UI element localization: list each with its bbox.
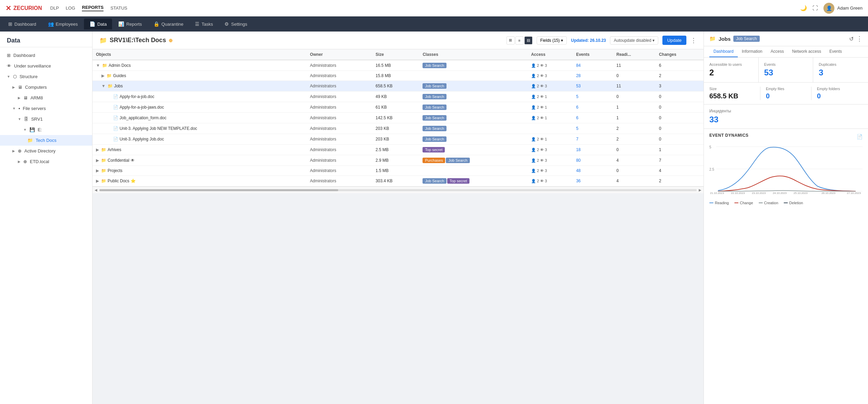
topbar: ✕ ZECURION DLP LOG REPORTS STATUS 🌙 ⛶ 👤 … (0, 0, 868, 16)
folder-icon: 📁 (101, 179, 106, 183)
top-navigation: DLP LOG REPORTS STATUS (50, 5, 127, 11)
cell-size: 303.4 KB (372, 176, 419, 186)
table-row[interactable]: ▶ 📁 Arhives Administrators 2.5 MB Top se… (93, 145, 704, 155)
panel-tag: Job Search (733, 36, 760, 42)
table-row[interactable]: 📄 Unit-3. Applying Job NEW TEMPLATE.doc … (93, 123, 704, 134)
sidebar-file-servers-label: File servers (23, 106, 46, 111)
sidebar-item-under-surveillance[interactable]: 👁 Under surveillance (0, 61, 92, 71)
cell-access: 👤 2 👁 3 (528, 145, 573, 155)
duplicates-label: Duplicates (819, 62, 863, 66)
cell-size: 49 KB (372, 91, 419, 102)
sidebar-item-etd-local[interactable]: ▶ ⊕ ETD.local (0, 156, 92, 167)
scroll-left-button[interactable]: ◀ (93, 187, 99, 193)
cell-changes: 3 (656, 81, 704, 91)
cell-access: 👤 2 👁 1 (528, 91, 573, 102)
table-view-icon[interactable]: ▤ (524, 36, 533, 45)
expand-arrow[interactable]: ▶ (96, 168, 99, 173)
cell-reading: 11 (613, 81, 656, 91)
cell-access: 👤 2 👁 3 (528, 60, 573, 71)
logo-text: ZECURION (13, 5, 42, 11)
update-info: Updated: 26.10.23 (571, 38, 606, 43)
expand-arrow[interactable]: ▶ (96, 147, 99, 152)
svg-text:5: 5 (709, 145, 711, 149)
panel-history-button[interactable]: ↺ (849, 35, 854, 42)
tab-data-label: Data (97, 22, 107, 27)
sidebar-item-e[interactable]: ▼ 💾 E: (0, 124, 92, 135)
sidebar-item-structure[interactable]: ▼ ⬡ Structure (0, 71, 92, 82)
expand-arrow[interactable]: ▼ (96, 63, 100, 68)
cell-reading: 4 (613, 155, 656, 166)
panel-title-text: Jobs (719, 36, 731, 42)
avatar: 👤 (823, 3, 834, 14)
sidebar-item-srv1[interactable]: ▼ 🗄 SRV1 (0, 114, 92, 124)
active-directory-icon: ⊕ (18, 148, 22, 154)
table-row[interactable]: ▶ 📁 Guides Administrators 15.8 MB 👤 2 👁 … (93, 71, 704, 81)
expand-arrow[interactable]: ▶ (101, 73, 105, 78)
sidebar-item-file-servers[interactable]: ▼ ▪ File servers (0, 103, 92, 114)
table-row[interactable]: ▶ 📁 Confidential 👁 Administrators 2.9 MB… (93, 155, 704, 166)
sidebar-structure-label: Structure (20, 74, 38, 79)
tab-dashboard[interactable]: ⊞ Dashboard (3, 19, 42, 29)
cell-changes: 4 (656, 166, 704, 176)
panel-tab-information[interactable]: Information (738, 46, 767, 57)
panel-tab-access[interactable]: Access (767, 46, 788, 57)
grid-view-icon[interactable]: ⊞ (506, 36, 515, 45)
table-row[interactable]: 📄 Unit-3. Applying Job.doc Administrator… (93, 134, 704, 145)
table-row[interactable]: 📄 Apply-for-a-job.doc Administrators 49 … (93, 91, 704, 102)
cell-reading: 0 (613, 71, 656, 81)
cell-events: 48 (573, 166, 613, 176)
theme-toggle-button[interactable]: 🌙 (800, 5, 807, 11)
topnav-dlp[interactable]: DLP (50, 5, 59, 11)
stat-accessible-users: Accessible to users 2 (704, 58, 759, 82)
chart-export-button[interactable]: 📄 (857, 134, 863, 139)
expand-arrow[interactable]: ▼ (101, 84, 106, 88)
chevron-right-icon-arm8: ▶ (18, 96, 21, 100)
panel-tab-dashboard[interactable]: Dashboard (709, 46, 738, 57)
logo: ✕ ZECURION (5, 4, 42, 12)
expand-arrow[interactable]: ▶ (96, 158, 99, 163)
table-row[interactable]: ▼ 📁 Admin Docs Administrators 16.5 MB Jo… (93, 60, 704, 71)
sidebar-item-arm8[interactable]: ▶ 🖥 ARM8 (0, 93, 92, 103)
panel-title-group: 📁 Jobs Job Search (709, 36, 760, 42)
fullscreen-button[interactable]: ⛶ (812, 5, 818, 11)
table-row[interactable]: ▼ 📁 Jobs Administrators 658.5 KB Job Sea… (93, 81, 704, 91)
panel-tab-events[interactable]: Events (825, 46, 846, 57)
autoupdate-button[interactable]: Autoupdate disabled ▾ (610, 36, 658, 45)
tab-data[interactable]: 📄 Data (84, 19, 112, 29)
topnav-reports[interactable]: REPORTS (82, 5, 103, 11)
scroll-right-button[interactable]: ▶ (697, 187, 704, 193)
path-text: SRV1\E:\Tech Docs (110, 37, 166, 44)
class-tag: Top secret (447, 178, 469, 184)
panel-more-button[interactable]: ⋮ (856, 35, 863, 42)
cell-reading: 0 (613, 91, 656, 102)
topnav-log[interactable]: LOG (66, 5, 75, 11)
cell-access: 👤 2 👁 1 (528, 102, 573, 113)
list-view-icon[interactable]: ≡ (515, 36, 524, 45)
table-row[interactable]: 📄 Job_application_form.doc Administrator… (93, 113, 704, 123)
tab-reports[interactable]: 📊 Reports (113, 19, 147, 29)
class-tag: Job Search (423, 83, 447, 89)
size-value: 658.5 KB (709, 92, 755, 100)
fields-button[interactable]: Fields (15) ▾ (537, 36, 567, 45)
table-row[interactable]: 📄 Apply-for-a-job-jaws.doc Administrator… (93, 102, 704, 113)
tab-quarantine[interactable]: 🔒 Quarantine (148, 19, 189, 29)
update-button[interactable]: Update (662, 36, 686, 45)
panel-tab-network-access[interactable]: Network access (788, 46, 825, 57)
topnav-status[interactable]: STATUS (110, 5, 127, 11)
sidebar-item-tech-docs[interactable]: 📁 Tech Docs (0, 135, 92, 146)
tab-tasks[interactable]: ☰ Tasks (190, 19, 218, 29)
chevron-down-icon-fs: ▼ (12, 107, 16, 110)
cell-owner: Administrators (307, 134, 372, 145)
expand-arrow[interactable]: ▶ (96, 179, 99, 183)
table-row[interactable]: ▶ 📁 Projects Administrators 1.5 MB 👤 2 👁… (93, 166, 704, 176)
sidebar-item-computers[interactable]: ▶ 🖥 Computers (0, 82, 92, 93)
tab-employees[interactable]: 👥 Employees (42, 19, 83, 29)
more-options-button[interactable]: ⋮ (690, 37, 697, 44)
folder-icon: 📁 (27, 138, 33, 143)
sidebar-item-dashboard[interactable]: ⊞ Dashboard (0, 50, 92, 61)
table-row[interactable]: ▶ 📁 Public Docs ⭐ Administrators 303.4 K… (93, 176, 704, 186)
tab-settings[interactable]: ⚙ Settings (219, 19, 253, 29)
accessible-users-value: 2 (709, 68, 753, 77)
sidebar-item-active-directory[interactable]: ▶ ⊕ Active Directory (0, 146, 92, 156)
cell-classes (419, 71, 527, 81)
